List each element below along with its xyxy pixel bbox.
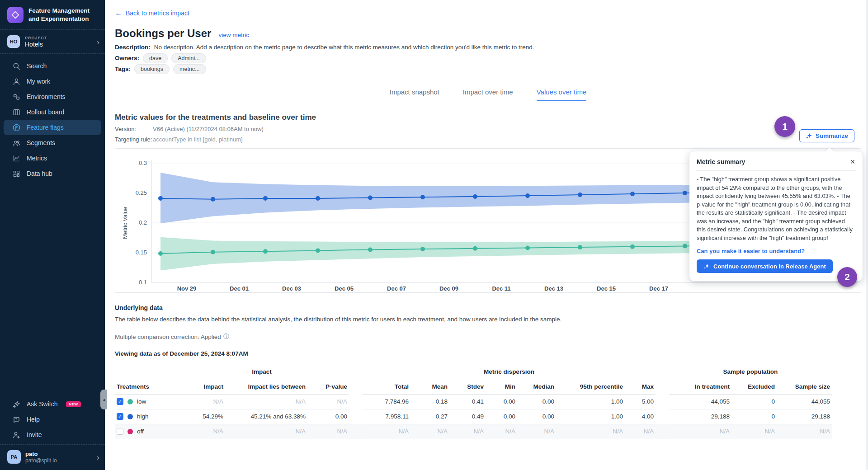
low-data-point[interactable] bbox=[316, 248, 320, 253]
tags-label: Tags: bbox=[115, 66, 131, 72]
owner-chip[interactable]: Admini... bbox=[171, 53, 206, 63]
segments-icon bbox=[12, 138, 21, 147]
high-data-point[interactable] bbox=[630, 192, 635, 196]
sidebar-item-data-hub[interactable]: Data hub bbox=[4, 166, 101, 181]
cell: N/A bbox=[225, 424, 307, 439]
sidebar-item-feature-flags[interactable]: Feature flags bbox=[4, 120, 101, 135]
project-switcher[interactable]: HO PROJECT Hotels › bbox=[0, 30, 105, 53]
high-data-point[interactable] bbox=[158, 196, 163, 201]
cell: 0.00 bbox=[517, 394, 556, 409]
app-title: Feature Management and Experimentation bbox=[28, 7, 96, 23]
sparkle-icon bbox=[703, 263, 710, 269]
sidebar-item-label: Search bbox=[27, 62, 47, 70]
treatment-checkbox-off[interactable] bbox=[117, 428, 123, 435]
treatment-checkbox-high[interactable]: ✓ bbox=[117, 413, 123, 420]
sidebar-item-rollout-board[interactable]: Rollout board bbox=[4, 104, 101, 120]
sidebar-item-search[interactable]: Search bbox=[4, 58, 101, 74]
high-data-point[interactable] bbox=[263, 196, 268, 201]
sidebar-item-label: Rollout board bbox=[27, 108, 64, 116]
sidebar-item-label: Ask Switch bbox=[27, 400, 57, 408]
view-metric-link[interactable]: view metric bbox=[218, 32, 249, 38]
low-data-point[interactable] bbox=[473, 246, 477, 251]
high-data-point[interactable] bbox=[525, 193, 530, 198]
low-data-point[interactable] bbox=[525, 245, 530, 250]
svg-text:0.3: 0.3 bbox=[139, 160, 147, 166]
column-header-mean: Mean bbox=[410, 379, 449, 394]
cell: 0.00 bbox=[486, 394, 517, 409]
low-data-point[interactable] bbox=[578, 245, 582, 249]
sidebar-spacer bbox=[0, 186, 105, 392]
sidebar-item-label: Metrics bbox=[27, 155, 47, 162]
tag-chip[interactable]: metric... bbox=[173, 64, 206, 74]
easier-to-understand-link[interactable]: Can you make it easier to understand? bbox=[697, 248, 855, 254]
high-data-point[interactable] bbox=[473, 194, 477, 199]
sidebar: Feature Management and Experimentation H… bbox=[0, 0, 105, 470]
sidebar-item-invite[interactable]: Invite bbox=[4, 427, 101, 442]
column-header-p-value: P-value bbox=[307, 379, 349, 394]
description-text: No description. Add a description on the… bbox=[154, 44, 534, 51]
sidebar-item-ask-switch[interactable]: Ask SwitchNEW bbox=[4, 396, 101, 412]
low-data-point[interactable] bbox=[158, 251, 163, 256]
high-data-point[interactable] bbox=[420, 195, 425, 199]
sidebar-item-label: My work bbox=[27, 78, 50, 85]
column-header-max: Max bbox=[625, 379, 656, 394]
low-data-point[interactable] bbox=[211, 250, 215, 254]
tab-bar: Impact snapshotImpact over timeValues ov… bbox=[115, 88, 861, 101]
sidebar-item-metrics[interactable]: Metrics bbox=[4, 150, 101, 166]
low-data-point[interactable] bbox=[630, 244, 635, 249]
tab-impact-over-time[interactable]: Impact over time bbox=[463, 88, 513, 101]
sidebar-item-label: Data hub bbox=[27, 170, 52, 177]
low-data-point[interactable] bbox=[263, 249, 268, 254]
main-content: ← Back to metrics impact Bookings per Us… bbox=[105, 0, 868, 470]
high-data-point[interactable] bbox=[578, 193, 582, 197]
tab-impact-snapshot[interactable]: Impact snapshot bbox=[390, 88, 439, 101]
tag-chip[interactable]: bookings bbox=[134, 64, 170, 74]
low-data-point[interactable] bbox=[683, 244, 687, 248]
sidebar-item-help[interactable]: ?Help bbox=[4, 412, 101, 427]
user-email: pato@split.io bbox=[25, 457, 57, 464]
continue-conversation-button[interactable]: Continue conversation in Release Agent bbox=[697, 259, 833, 273]
low-data-point[interactable] bbox=[420, 247, 425, 251]
tab-values-over-time[interactable]: Values over time bbox=[537, 88, 587, 101]
sidebar-collapse-handle[interactable]: ◂ bbox=[100, 390, 107, 409]
owner-chip[interactable]: dave bbox=[143, 53, 168, 63]
tags-line: Tags: bookingsmetric... bbox=[115, 66, 861, 72]
high-data-point[interactable] bbox=[316, 196, 320, 201]
sidebar-footer-nav: Ask SwitchNEW?HelpInvite bbox=[0, 392, 105, 444]
scrollbar-track[interactable] bbox=[866, 0, 868, 470]
metric-summary-panel: Metric summary ✕ - The "high" treatment … bbox=[689, 151, 863, 281]
close-icon[interactable]: ✕ bbox=[850, 158, 855, 165]
user-menu[interactable]: PA pato pato@split.io › bbox=[0, 445, 105, 470]
column-header-impact-lies-between: Impact lies between bbox=[225, 379, 307, 394]
cell: N/A bbox=[625, 424, 656, 439]
treatment-name: high bbox=[137, 413, 149, 420]
high-data-point[interactable] bbox=[683, 191, 687, 195]
treatment-checkbox-low[interactable]: ✓ bbox=[117, 398, 123, 405]
version-value: V66 (Active) (11/27/2024 08:06AM to now) bbox=[153, 126, 264, 132]
treatment-color-dot bbox=[127, 429, 133, 434]
underlying-data-description: The table below describes the data behin… bbox=[115, 316, 861, 323]
user-name: pato bbox=[25, 451, 57, 457]
sidebar-item-my-work[interactable]: My work bbox=[4, 74, 101, 89]
column-header-sample-size: Sample size bbox=[777, 379, 832, 394]
chevron-right-icon: › bbox=[97, 453, 99, 461]
high-data-point[interactable] bbox=[368, 196, 373, 200]
summarize-button[interactable]: Summarize bbox=[799, 129, 854, 142]
sparkle-icon bbox=[12, 400, 21, 409]
low-data-point[interactable] bbox=[368, 247, 373, 252]
back-link[interactable]: ← Back to metrics impact bbox=[115, 9, 189, 17]
help-icon: ? bbox=[12, 415, 21, 424]
x-tick-label: Dec 17 bbox=[649, 285, 668, 292]
info-icon[interactable]: ⓘ bbox=[223, 333, 229, 341]
section-heading: Metric values for the treatments and bas… bbox=[115, 113, 861, 122]
x-tick-label: Dec 15 bbox=[597, 285, 616, 292]
sidebar-item-environments[interactable]: Environments bbox=[4, 89, 101, 104]
targeting-line: Targeting rule: accountType in list [gol… bbox=[115, 136, 861, 143]
high-data-point[interactable] bbox=[211, 197, 215, 202]
summarize-button-label: Summarize bbox=[816, 132, 848, 139]
x-tick-label: Nov 29 bbox=[177, 285, 197, 292]
my-work-icon bbox=[12, 77, 21, 86]
rollout-board-icon bbox=[12, 108, 21, 117]
environments-icon bbox=[12, 92, 21, 101]
sidebar-item-segments[interactable]: Segments bbox=[4, 135, 101, 150]
